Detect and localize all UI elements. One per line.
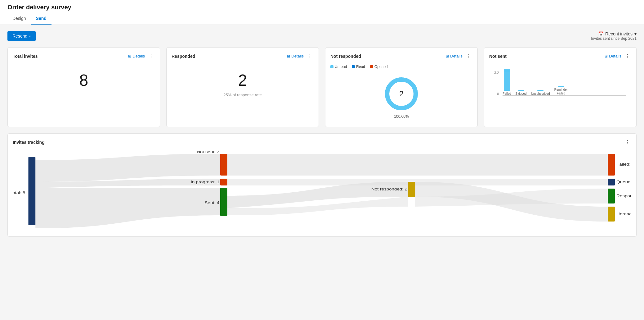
label-queued: Queued: 1 xyxy=(616,180,631,184)
bar-skipped-label: Skipped xyxy=(516,92,527,95)
not-sent-details-btn[interactable]: ⊞ Details xyxy=(605,54,621,58)
responded-card: Responded ⊞ Details ⋮ 2 25% of response … xyxy=(166,47,319,127)
sankey-chart: Total: 8 Not sent: 3 In progress: 1 Sent… xyxy=(13,151,631,231)
tracking-title: Invites tracking xyxy=(13,140,45,145)
legend-unread: Unread xyxy=(330,65,347,69)
resend-label: Resend xyxy=(12,34,27,39)
tab-send[interactable]: Send xyxy=(31,13,51,25)
page-header: Order delivery survey Design Send xyxy=(0,0,644,25)
cards-row: Total invites ⊞ Details ⋮ 8 Responded ⊞ xyxy=(7,47,637,127)
node-not-responded xyxy=(408,182,415,197)
node-responded-right xyxy=(608,189,615,203)
y-label-top: 3.2 xyxy=(494,71,499,75)
not-sent-more-btn[interactable]: ⋮ xyxy=(624,53,631,60)
node-sent xyxy=(220,188,227,216)
node-total xyxy=(28,157,35,225)
label-in-progress: In progress: 1 xyxy=(191,180,220,184)
chevron-down-icon-2: ▾ xyxy=(634,31,637,36)
calendar-icon: 📅 xyxy=(598,31,603,36)
not-sent-title: Not sent xyxy=(489,54,507,59)
bars-container: Failed Skipped Unsubscribed ReminderFail… xyxy=(503,71,626,96)
node-unread-right xyxy=(608,207,615,222)
toolbar: Resend ▾ 📅 Recent invites ▾ Invites sent… xyxy=(7,31,637,41)
legend-dot-read xyxy=(352,65,355,68)
responded-title: Responded xyxy=(172,54,195,59)
label-failed: Failed: 3 xyxy=(616,162,631,166)
donut-chart-container: 2 100.00% xyxy=(330,72,472,122)
donut-value: 2 xyxy=(399,89,403,98)
node-failed-right xyxy=(608,154,615,176)
details-icon: ⊞ xyxy=(128,54,131,58)
details-icon-4: ⊞ xyxy=(605,54,608,58)
bar-skipped: Skipped xyxy=(516,90,527,95)
page-title: Order delivery survey xyxy=(7,4,637,11)
bar-failed: Failed xyxy=(503,69,511,95)
label-sent: Sent: 4 xyxy=(204,201,219,205)
bar-chart: 3.2 0 Failed Skipped Unsubscrib xyxy=(489,65,631,96)
y-label-bottom: 0 xyxy=(494,92,499,96)
node-queued xyxy=(608,179,615,185)
label-responded: Responded: 2 xyxy=(616,194,631,198)
label-not-sent: Not sent: 3 xyxy=(197,151,219,154)
bar-unsubscribed-rect xyxy=(537,90,543,91)
chevron-down-icon: ▾ xyxy=(29,34,31,38)
donut-legend: Unread Read Opened xyxy=(330,65,472,69)
node-in-progress xyxy=(220,179,227,185)
details-icon-2: ⊞ xyxy=(287,54,290,58)
not-responded-more-btn[interactable]: ⋮ xyxy=(465,53,472,60)
legend-read: Read xyxy=(352,65,365,69)
legend-dot-unread xyxy=(330,65,333,68)
donut-chart: 2 xyxy=(383,75,420,112)
tab-design[interactable]: Design xyxy=(7,13,31,25)
total-invites-title: Total invites xyxy=(13,54,38,59)
label-unread: Unread: 2 xyxy=(616,212,631,216)
not-responded-card: Not responded ⊞ Details ⋮ Unread Read xyxy=(325,47,478,127)
responded-value: 2 xyxy=(172,65,314,93)
bar-reminder-failed-rect xyxy=(558,86,564,87)
not-responded-details-btn[interactable]: ⊞ Details xyxy=(446,54,463,58)
responded-more-btn[interactable]: ⋮ xyxy=(306,53,314,60)
recent-invites-dropdown[interactable]: 📅 Recent invites ▾ Invites sent since Se… xyxy=(591,31,637,41)
node-not-sent xyxy=(220,154,227,176)
legend-opened: Opened xyxy=(370,65,388,69)
label-not-responded: Not responded: 2 xyxy=(371,187,407,191)
label-total: Total: 8 xyxy=(13,191,25,195)
invites-since-label: Invites sent since Sep 2021 xyxy=(591,36,637,41)
total-invites-more-btn[interactable]: ⋮ xyxy=(147,53,155,60)
top-gridline xyxy=(503,71,626,71)
tracking-header: Invites tracking ⋮ xyxy=(13,139,631,146)
responded-details-btn[interactable]: ⊞ Details xyxy=(287,54,304,58)
bar-failed-rect xyxy=(504,69,510,91)
bar-reminder-failed-label: ReminderFailed xyxy=(554,88,568,95)
bar-unsubscribed: Unsubscribed xyxy=(531,90,550,95)
main-content: Resend ▾ 📅 Recent invites ▾ Invites sent… xyxy=(0,25,644,243)
resend-button[interactable]: Resend ▾ xyxy=(7,31,36,41)
bar-reminder-failed: ReminderFailed xyxy=(554,86,568,95)
legend-dot-opened xyxy=(370,65,373,68)
total-invites-value: 8 xyxy=(13,65,155,93)
tracking-more-btn[interactable]: ⋮ xyxy=(624,139,631,146)
total-invites-card: Total invites ⊞ Details ⋮ 8 xyxy=(7,47,160,127)
not-responded-title: Not responded xyxy=(330,54,361,59)
responded-sub: 25% of response rate xyxy=(172,93,314,100)
recent-invites-label: Recent invites xyxy=(605,31,633,36)
sankey-svg: Total: 8 Not sent: 3 In progress: 1 Sent… xyxy=(13,151,631,231)
y-axis: 3.2 0 xyxy=(494,71,500,96)
donut-percent: 100.00% xyxy=(394,114,409,119)
bar-failed-label: Failed xyxy=(503,92,511,95)
tab-bar: Design Send xyxy=(7,13,637,25)
details-icon-3: ⊞ xyxy=(446,54,449,58)
tracking-section: Invites tracking ⋮ xyxy=(7,133,637,237)
bar-skipped-rect xyxy=(518,90,524,91)
bar-unsubscribed-label: Unsubscribed xyxy=(531,92,550,95)
total-invites-details-btn[interactable]: ⊞ Details xyxy=(128,54,145,58)
not-sent-card: Not sent ⊞ Details ⋮ 3.2 0 xyxy=(484,47,637,127)
